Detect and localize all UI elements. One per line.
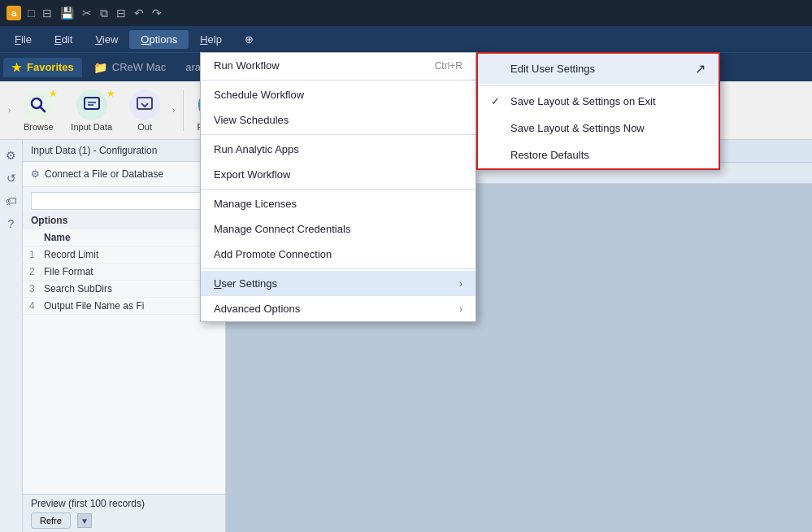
- connect-label: Connect a File or Database: [45, 168, 163, 180]
- cursor-arrow-icon: ↗: [695, 61, 706, 76]
- row-num-1: 1: [29, 249, 44, 260]
- toolbar-section-arrow[interactable]: ›: [171, 104, 176, 116]
- menu-globe[interactable]: ⊕: [233, 30, 265, 49]
- menu-edit-label: Edit: [54, 33, 72, 46]
- row-num-4: 4: [29, 300, 44, 312]
- cut-icon[interactable]: ✂: [82, 7, 92, 20]
- row-name-2: File Format: [44, 266, 93, 277]
- options-label: Options: [23, 211, 225, 229]
- copy-icon[interactable]: ⧉: [100, 7, 108, 20]
- menu-view[interactable]: View: [84, 30, 129, 49]
- menu-help-label: Help: [200, 33, 222, 46]
- paste-icon[interactable]: ⊟: [116, 7, 126, 20]
- svg-rect-2: [85, 98, 99, 109]
- menu-schedule-workflow[interactable]: Schedule Workflow: [201, 82, 475, 107]
- save-layout-now-label: Save Layout & Settings Now: [510, 122, 645, 134]
- save-layout-exit-label: Save Layout & Settings on Exit: [510, 95, 656, 107]
- menu-edit[interactable]: Edit: [43, 30, 84, 49]
- menu-file-label: File: [15, 33, 32, 46]
- output-label: Out: [137, 122, 152, 132]
- browse-button[interactable]: ★ Browse: [15, 86, 61, 135]
- menu-help[interactable]: Help: [189, 30, 233, 49]
- sidebar-icon-gear[interactable]: ⚙: [2, 146, 20, 164]
- menu-add-promote[interactable]: Add Promote Connection: [201, 242, 475, 267]
- options-table: Name 1 Record Limit 2 File Format 3 Sear…: [23, 229, 225, 315]
- manage-licenses-label: Manage Licenses: [214, 198, 297, 210]
- preview-dropdown-arrow[interactable]: ▼: [77, 513, 92, 528]
- submenu-save-layout-exit[interactable]: ✓ Save Layout & Settings on Exit: [478, 88, 719, 115]
- star-icon: ★: [11, 61, 22, 74]
- menu-run-analytic[interactable]: Run Analytic Apps: [201, 137, 475, 162]
- run-workflow-shortcut: Ctrl+R: [435, 60, 462, 72]
- app-icon: a: [7, 6, 21, 20]
- user-settings-label: User Settings: [214, 277, 277, 290]
- input-icon: [76, 89, 107, 120]
- menu-view-label: View: [95, 33, 118, 46]
- sidebar-icon-tag[interactable]: 🏷: [2, 192, 20, 210]
- row-name-4: Output File Name as Fi: [44, 300, 144, 312]
- options-row-1: 1 Record Limit: [23, 246, 225, 264]
- refresh-button[interactable]: Refre: [31, 512, 71, 529]
- output-icon: [129, 89, 160, 120]
- restore-defaults-label: Restore Defaults: [510, 149, 589, 161]
- preview-section: Preview (first 100 records) Refre ▼: [23, 494, 225, 532]
- connect-section: ⚙ Connect a File or Database: [23, 162, 225, 187]
- row-num-2: 2: [29, 266, 44, 277]
- open-icon[interactable]: ⊟: [42, 7, 52, 20]
- menu-file[interactable]: File: [3, 30, 43, 49]
- menu-user-settings[interactable]: User Settings ›: [201, 271, 475, 296]
- advanced-options-label: Advanced Options: [214, 303, 300, 315]
- sidebar-icon-refresh[interactable]: ↺: [2, 169, 20, 187]
- output-button[interactable]: Out: [122, 86, 167, 135]
- undo-icon[interactable]: ↶: [134, 7, 144, 20]
- title-bar-controls: □ ⊟ 💾 ✂ ⧉ ⊟ ↶ ↷: [28, 7, 162, 20]
- table-header-row: Name: [23, 229, 225, 246]
- browse-label: Browse: [24, 122, 54, 132]
- menu-view-schedules[interactable]: View Schedules: [201, 107, 475, 133]
- input-label: Input Data: [71, 122, 112, 132]
- options-row-4: 4 Output File Name as Fi: [23, 298, 225, 315]
- tab-favorites[interactable]: ★ Favorites: [3, 58, 82, 77]
- user-settings-arrow: ›: [459, 278, 462, 290]
- row-name-1: Record Limit: [44, 249, 98, 260]
- menu-advanced-options[interactable]: Advanced Options ›: [201, 296, 475, 321]
- menu-manage-connect[interactable]: Manage Connect Credentials: [201, 216, 475, 242]
- save-icon[interactable]: 💾: [60, 7, 74, 20]
- sep-2: [201, 134, 475, 135]
- menu-options[interactable]: Options: [129, 30, 189, 49]
- connect-gear-icon: ⚙: [31, 168, 40, 180]
- panel-header: Input Data (1) - Configuration: [23, 140, 225, 162]
- toolbar-left-arrow[interactable]: ›: [7, 104, 12, 116]
- redo-icon[interactable]: ↷: [152, 7, 162, 20]
- new-icon[interactable]: □: [28, 7, 34, 20]
- add-promote-label: Add Promote Connection: [214, 248, 332, 260]
- run-analytic-label: Run Analytic Apps: [214, 143, 299, 155]
- sep-3: [201, 189, 475, 190]
- menu-manage-licenses[interactable]: Manage Licenses: [201, 191, 475, 216]
- submenu-save-layout-now[interactable]: Save Layout & Settings Now: [478, 115, 719, 142]
- browse-star: ★: [49, 88, 58, 99]
- menu-run-workflow[interactable]: Run Workflow Ctrl+R: [201, 53, 475, 78]
- toolbar-divider: [183, 90, 184, 131]
- menu-bar: File Edit View Options Help ⊕: [0, 26, 812, 52]
- manage-connect-label: Manage Connect Credentials: [214, 223, 350, 235]
- save-exit-check: ✓: [491, 95, 504, 107]
- menu-export-workflow[interactable]: Export Workflow: [201, 162, 475, 187]
- input-data-button[interactable]: ★ Input Data: [64, 86, 119, 135]
- submenu-edit-user-settings[interactable]: Edit User Settings ↗: [478, 54, 719, 84]
- sep-4: [201, 268, 475, 269]
- export-workflow-label: Export Workflow: [214, 168, 290, 181]
- menu-options-label: Options: [141, 33, 177, 46]
- run-workflow-label: Run Workflow: [214, 59, 280, 72]
- submenu-restore-defaults[interactable]: Restore Defaults: [478, 142, 719, 168]
- user-settings-submenu: Edit User Settings ↗ ✓ Save Layout & Set…: [476, 52, 720, 170]
- view-schedules-label: View Schedules: [214, 114, 289, 126]
- crew-icon: 📁: [93, 61, 107, 74]
- preview-row: Refre ▼: [31, 512, 217, 529]
- row-name-3: Search SubDirs: [44, 283, 112, 294]
- advanced-options-arrow: ›: [459, 303, 462, 315]
- tab-crew-label: CReW Mac: [112, 61, 166, 73]
- sidebar-icon-help[interactable]: ?: [2, 215, 20, 233]
- options-dropdown: Run Workflow Ctrl+R Schedule Workflow Vi…: [200, 52, 476, 322]
- tab-crew[interactable]: 📁 CReW Mac: [85, 58, 174, 77]
